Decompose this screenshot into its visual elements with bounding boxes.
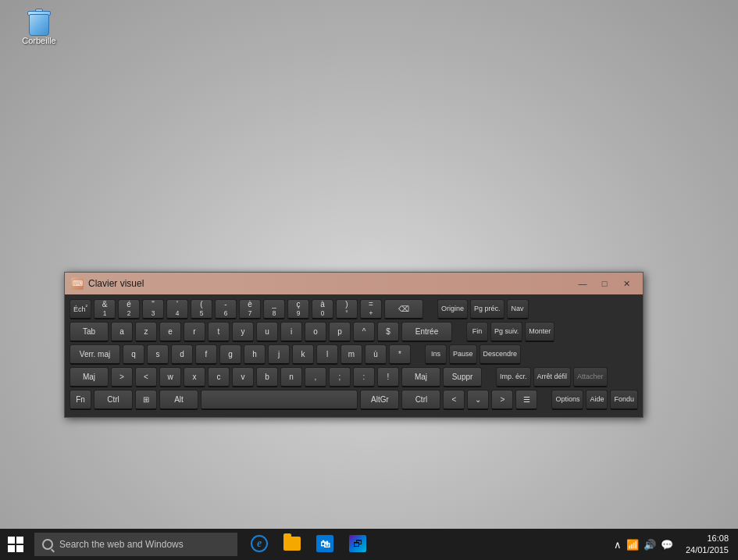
key-origine[interactable]: Origine [437,299,468,319]
key-attacher[interactable]: Attacher [573,367,608,387]
key-pgsuiv[interactable]: Pg suiv. [490,322,522,342]
key-8[interactable]: _8 [263,299,285,319]
key-fin[interactable]: Fin [466,322,488,342]
key-7[interactable]: è7 [239,299,261,319]
key-colon[interactable]: : [353,367,375,387]
key-9[interactable]: ç9 [287,299,309,319]
key-nav[interactable]: Nav [507,299,529,319]
key-right[interactable]: > [491,390,513,410]
key-v[interactable]: v [232,367,254,387]
key-comma[interactable]: , [305,367,326,387]
clock[interactable]: 16:08 24/01/2015 [683,533,732,557]
key-5[interactable]: (5 [191,299,212,319]
key-pause[interactable]: Pause [449,344,477,365]
key-down[interactable]: ⌄ [467,390,489,410]
key-options[interactable]: Options [551,390,583,410]
key-capslock[interactable]: Verr. maj [70,344,120,365]
key-q[interactable]: q [123,344,144,365]
key-arret[interactable]: Arrêt défil [533,367,572,387]
key-x[interactable]: x [184,367,205,387]
key-n[interactable]: n [280,367,302,387]
key-rctrl[interactable]: Ctrl [401,390,440,410]
key-d[interactable]: d [171,344,193,365]
key-gt[interactable]: > [111,367,133,387]
key-fondu[interactable]: Fondu [610,390,638,410]
key-winkey[interactable]: ⊞ [135,390,157,410]
key-impr[interactable]: Imp. écr. [496,367,531,387]
key-tab[interactable]: Tab [70,322,109,342]
key-a[interactable]: a [111,322,133,342]
taskbar-app-store[interactable]: 🛍 [309,529,340,560]
ie-icon [251,535,268,552]
key-lalt[interactable]: Alt [159,390,198,410]
key-paren-close[interactable]: )° [336,299,358,319]
key-altgr[interactable]: AltGr [360,390,399,410]
key-c[interactable]: c [208,367,230,387]
key-i[interactable]: i [280,322,302,342]
taskbar-app-ie[interactable] [244,529,275,560]
key-u[interactable]: u [256,322,278,342]
key-rshift[interactable]: Maj [401,367,440,387]
key-0[interactable]: à0 [312,299,333,319]
key-m[interactable]: m [340,344,362,365]
key-l[interactable]: l [316,344,338,365]
volume-icon[interactable]: 🔊 [644,539,656,551]
key-o[interactable]: o [305,322,326,342]
key-z[interactable]: z [135,322,157,342]
start-button[interactable] [0,529,31,560]
key-g[interactable]: g [219,344,241,365]
key-semicolon[interactable]: ; [329,367,351,387]
key-pgprec[interactable]: Pg préc. [470,299,504,319]
key-lctrl[interactable]: Ctrl [94,390,133,410]
network-icon[interactable]: 📶 [626,539,639,551]
key-h[interactable]: h [244,344,266,365]
key-f[interactable]: f [195,344,217,365]
key-exclaim[interactable]: ! [377,367,399,387]
key-menu[interactable]: ☰ [515,390,537,410]
key-left[interactable]: < [443,390,465,410]
key-aide[interactable]: Aide [586,390,608,410]
key-6[interactable]: -6 [215,299,237,319]
key-equals[interactable]: =+ [360,299,382,319]
key-w[interactable]: w [159,367,181,387]
key-esc[interactable]: Éch² [70,299,91,319]
key-p[interactable]: p [329,322,351,342]
key-1[interactable]: &1 [94,299,116,319]
key-enter[interactable]: Entrée [401,322,452,342]
key-lt[interactable]: < [135,367,157,387]
key-y[interactable]: y [232,322,254,342]
window-icon: ⌨ [71,277,84,290]
key-2[interactable]: é2 [118,299,140,319]
key-ins[interactable]: Ins [425,344,447,365]
taskbar-search[interactable]: Search the web and Windows [34,533,237,556]
key-e[interactable]: e [159,322,181,342]
key-suppr[interactable]: Suppr [443,367,482,387]
key-s[interactable]: s [147,344,169,365]
key-3[interactable]: "3 [142,299,164,319]
key-dollar[interactable]: $ [377,322,399,342]
key-4[interactable]: '4 [166,299,188,319]
key-caret[interactable]: ^ [353,322,375,342]
key-lshift[interactable]: Maj [70,367,109,387]
key-j[interactable]: j [268,344,290,365]
key-ugrave[interactable]: ù [365,344,387,365]
key-t[interactable]: t [208,322,230,342]
key-r[interactable]: r [184,322,205,342]
key-star[interactable]: * [389,344,411,365]
recycle-bin-icon[interactable]: Corbeille [14,8,64,45]
key-fn[interactable]: Fn [70,390,91,410]
notification-icon[interactable]: 💬 [661,539,673,551]
key-space[interactable] [201,390,358,410]
maximize-button[interactable]: □ [594,276,615,291]
taskbar-app-explorer[interactable] [276,529,308,560]
key-b[interactable]: b [256,367,278,387]
window-titlebar[interactable]: ⌨ Clavier visuel — □ ✕ [65,273,643,294]
key-descendre[interactable]: Descendre [480,344,522,365]
taskbar-app-photos[interactable]: 🗗 [342,529,373,560]
key-k[interactable]: k [292,344,314,365]
minimize-button[interactable]: — [572,276,593,291]
tray-arrow-icon[interactable]: ∧ [614,539,622,551]
key-backspace[interactable]: ⌫ [384,299,423,319]
key-monter[interactable]: Monter [525,322,554,342]
close-button[interactable]: ✕ [616,276,636,291]
